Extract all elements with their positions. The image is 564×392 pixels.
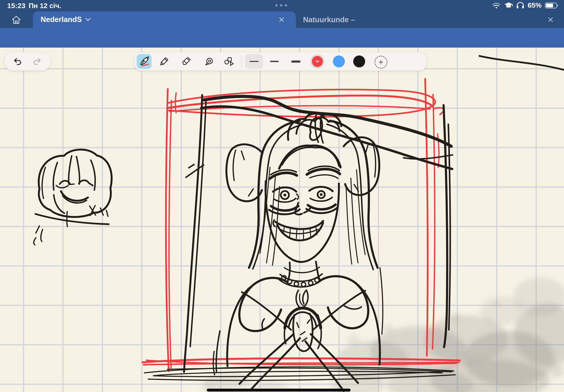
note-canvas[interactable]: [0, 48, 564, 392]
tab-bar: NederlandS Natuurkunde –: [0, 12, 564, 28]
status-icons: 65%: [492, 1, 559, 9]
redo-icon: [32, 56, 43, 67]
multitask-dots-icon: [275, 4, 287, 6]
battery-icon: [545, 2, 559, 9]
tape-tool[interactable]: [204, 56, 215, 67]
fountain-pen-tool-selected[interactable]: [137, 54, 151, 69]
undo-redo-bar: [4, 52, 51, 71]
goodnotes-app: 15:23 Пн 12 січ. 65%: [0, 0, 564, 392]
tab-nederlands[interactable]: NederlandS: [33, 12, 296, 28]
chevron-down-icon: [315, 60, 320, 63]
stroke-width-thin-selected[interactable]: [245, 54, 263, 69]
pen-options-toolbar: [134, 52, 426, 71]
tab-label: NederlandS: [41, 15, 82, 24]
pencil-tool[interactable]: [159, 56, 169, 67]
status-bar: 15:23 Пн 12 січ. 65%: [0, 0, 564, 12]
undo-button[interactable]: [12, 56, 22, 67]
date: Пн 12 січ.: [29, 2, 61, 10]
redo-button[interactable]: [32, 56, 43, 67]
color-red-selected[interactable]: [310, 54, 325, 69]
headphones-icon: [516, 2, 524, 9]
color-blue[interactable]: [333, 56, 345, 67]
add-color-button[interactable]: [374, 56, 387, 69]
main-toolbar: T: [0, 28, 564, 48]
fountain-pen-icon: [138, 56, 150, 67]
color-black[interactable]: [353, 56, 365, 67]
wifi-icon: [492, 2, 501, 9]
plus-icon: [378, 59, 384, 65]
close-tab-icon[interactable]: [546, 15, 555, 24]
home-button[interactable]: [10, 14, 23, 25]
home-icon: [11, 15, 22, 25]
shape-tool[interactable]: [224, 56, 234, 67]
penbar-divider: [241, 55, 242, 68]
pencil-icon: [159, 56, 169, 67]
shape-tool-icon: [224, 56, 234, 67]
tape-icon: [204, 56, 215, 67]
tab-natuurkunde[interactable]: Natuurkunde –: [303, 15, 355, 24]
battery-percent: 65%: [528, 1, 542, 9]
highlighter-tool[interactable]: [181, 56, 191, 67]
graduation-cap-icon: [504, 2, 513, 9]
stroke-width-thick[interactable]: [291, 56, 301, 67]
home-indicator[interactable]: [207, 389, 351, 392]
clock: 15:23: [7, 2, 26, 10]
stroke-width-medium[interactable]: [269, 56, 280, 67]
undo-icon: [12, 56, 22, 67]
highlighter-icon: [181, 56, 191, 67]
chevron-down-icon[interactable]: [85, 18, 91, 22]
close-tab-icon[interactable]: [277, 15, 286, 24]
